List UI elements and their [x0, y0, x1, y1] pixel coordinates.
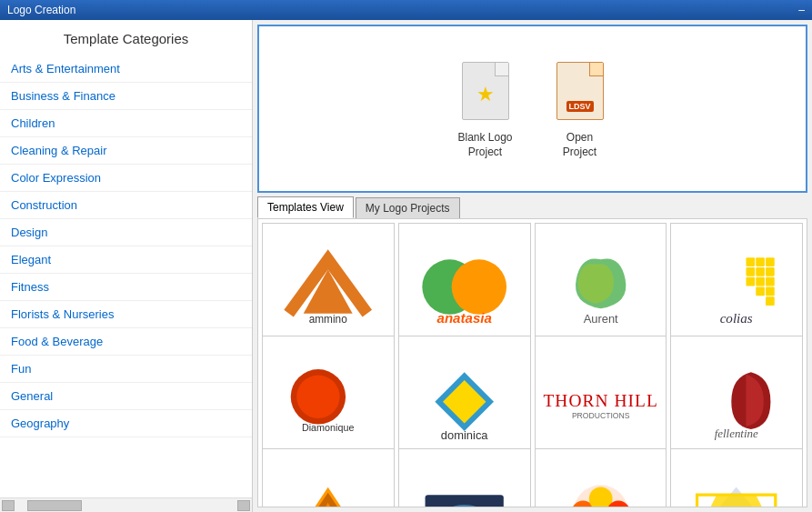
category-item-food[interactable]: Food & Beverage [0, 328, 252, 356]
project-area: Blank LogoProject LDSV OpenProject [257, 25, 807, 193]
colias-logo: colias [677, 230, 795, 347]
svg-marker-38 [697, 495, 776, 507]
category-item-general[interactable]: General [0, 383, 252, 410]
category-item-fitness[interactable]: Fitness [0, 274, 252, 301]
aurent-logo: Aurent [542, 230, 659, 347]
svg-rect-10 [757, 267, 766, 276]
svg-text:ammino: ammino [309, 314, 348, 326]
svg-text:Diamonique: Diamonique [302, 422, 354, 433]
svg-text:Aurent: Aurent [583, 313, 617, 326]
fellentine-logo: fellentine [677, 343, 795, 460]
ammino-logo: ammino [269, 230, 386, 347]
templates-grid[interactable]: ammino anatasia Aurent [258, 219, 807, 507]
svg-text:THORN HILL: THORN HILL [543, 391, 658, 410]
blank-logo-project[interactable]: Blank LogoProject [456, 58, 515, 159]
diamonique-logo: Diamonique [269, 343, 386, 460]
svg-rect-16 [766, 287, 775, 296]
row3-logo-4 [677, 456, 795, 507]
svg-text:anatasia: anatasia [436, 311, 491, 326]
category-item-elegant[interactable]: Elegant [0, 246, 252, 274]
row3-logo-3 [542, 456, 659, 507]
svg-rect-6 [747, 257, 756, 266]
main-container: Template Categories Arts & Entertainment… [0, 20, 812, 512]
category-item-geography[interactable]: Geography [0, 410, 252, 437]
scroll-right-arrow[interactable] [237, 500, 250, 511]
row3-logo-1 [269, 456, 386, 507]
open-project-icon: LDSV [551, 58, 609, 124]
categories-title: Template Categories [0, 20, 252, 55]
category-item-children[interactable]: Children [0, 110, 252, 137]
blank-logo-icon [456, 58, 515, 124]
category-item-construction[interactable]: Construction [0, 192, 252, 219]
svg-rect-12 [747, 277, 756, 286]
open-project-label: OpenProject [563, 131, 596, 159]
tab-mylogos[interactable]: My Logo Projects [356, 197, 460, 218]
svg-marker-23 [443, 380, 486, 423]
template-row3-1[interactable] [262, 448, 395, 507]
open-project[interactable]: LDSV OpenProject [551, 58, 609, 159]
template-row3-4[interactable] [670, 448, 803, 507]
svg-point-20 [296, 376, 339, 418]
ldsv-badge: LDSV [566, 101, 593, 112]
scroll-thumb[interactable] [27, 500, 82, 511]
dominica-logo: dominica [406, 343, 523, 460]
blank-logo-label: Blank LogoProject [457, 131, 512, 159]
minimize-icon[interactable]: – [798, 4, 805, 16]
category-item-florists[interactable]: Florists & Nurseries [0, 301, 252, 328]
svg-rect-15 [757, 287, 766, 296]
category-item-cleaning[interactable]: Cleaning & Repair [0, 137, 252, 165]
row3-logo-2 [406, 456, 523, 507]
svg-text:fellentine: fellentine [715, 427, 758, 440]
blank-file-shape [462, 62, 509, 120]
svg-rect-17 [766, 297, 775, 306]
svg-rect-9 [747, 267, 756, 276]
tabs-area: Templates View My Logo Projects [253, 193, 812, 218]
svg-rect-8 [766, 257, 775, 266]
category-item-business[interactable]: Business & Finance [0, 83, 252, 110]
svg-text:PRODUCTIONS: PRODUCTIONS [572, 411, 630, 420]
category-item-fun[interactable]: Fun [0, 356, 252, 383]
categories-list[interactable]: Arts & EntertainmentBusiness & FinanceCh… [0, 55, 252, 497]
left-panel: Template Categories Arts & Entertainment… [0, 20, 253, 512]
app-title: Logo Creation [7, 4, 75, 16]
thornhill-logo: THORN HILL PRODUCTIONS [542, 343, 659, 460]
category-item-design[interactable]: Design [0, 219, 252, 246]
svg-rect-13 [757, 277, 766, 286]
tab-templates[interactable]: Templates View [257, 196, 354, 218]
right-panel: Blank LogoProject LDSV OpenProject Templ… [253, 20, 812, 512]
svg-rect-7 [757, 257, 766, 266]
open-file-shape: LDSV [556, 62, 604, 120]
svg-text:colias: colias [720, 312, 753, 326]
scroll-left-arrow[interactable] [2, 500, 15, 511]
horizontal-scrollbar[interactable] [0, 497, 252, 512]
category-item-color[interactable]: Color Expression [0, 165, 252, 192]
anatasia-logo: anatasia [406, 230, 523, 347]
template-row3-3[interactable] [535, 448, 667, 507]
svg-rect-11 [766, 267, 775, 276]
templates-area: ammino anatasia Aurent [257, 218, 807, 507]
svg-text:dominica: dominica [441, 428, 489, 442]
template-row3-2[interactable] [398, 448, 531, 507]
svg-rect-14 [766, 277, 775, 286]
category-item-arts[interactable]: Arts & Entertainment [0, 55, 252, 83]
svg-point-3 [452, 260, 506, 315]
title-bar: Logo Creation – [0, 0, 812, 20]
categories-list-wrapper: Arts & EntertainmentBusiness & FinanceCh… [0, 55, 252, 512]
